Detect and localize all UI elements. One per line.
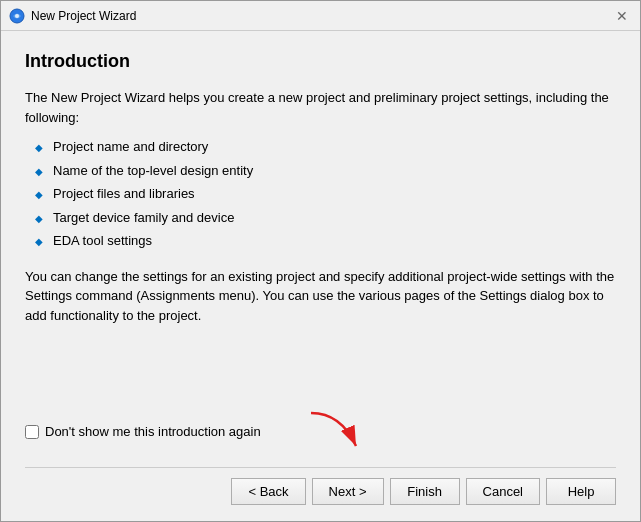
next-button[interactable]: Next > [312,478,384,505]
help-button[interactable]: Help [546,478,616,505]
outro-text: You can change the settings for an exist… [25,267,616,326]
list-item: ◆ Project files and libraries [35,184,616,204]
bullet-text: Project name and directory [53,137,208,157]
title-bar-left: New Project Wizard [9,8,136,24]
close-button[interactable]: ✕ [612,6,632,26]
list-item: ◆ Project name and directory [35,137,616,157]
button-row: < Back Next > Finish Cancel Help [25,467,616,505]
wizard-window: New Project Wizard ✕ Introduction The Ne… [0,0,641,522]
cancel-button[interactable]: Cancel [466,478,540,505]
content-area: Introduction The New Project Wizard help… [1,31,640,410]
bullet-text: Project files and libraries [53,184,195,204]
intro-text: The New Project Wizard helps you create … [25,88,616,127]
footer: Don't show me this introduction again < … [1,410,640,521]
dont-show-checkbox[interactable] [25,425,39,439]
bullet-icon: ◆ [35,140,43,155]
title-bar: New Project Wizard ✕ [1,1,640,31]
bullet-text: Target device family and device [53,208,234,228]
wizard-icon [9,8,25,24]
bullet-icon: ◆ [35,211,43,226]
back-button[interactable]: < Back [231,478,305,505]
window-title: New Project Wizard [31,9,136,23]
finish-button[interactable]: Finish [390,478,460,505]
checkbox-label[interactable]: Don't show me this introduction again [45,424,261,439]
bullet-list: ◆ Project name and directory ◆ Name of t… [35,137,616,251]
bullet-icon: ◆ [35,234,43,249]
bullet-icon: ◆ [35,164,43,179]
bullet-text: Name of the top-level design entity [53,161,253,181]
bullet-icon: ◆ [35,187,43,202]
page-title: Introduction [25,51,616,72]
list-item: ◆ Target device family and device [35,208,616,228]
bullet-text: EDA tool settings [53,231,152,251]
red-arrow-indicator [301,408,381,461]
svg-point-1 [15,14,19,18]
list-item: ◆ Name of the top-level design entity [35,161,616,181]
list-item: ◆ EDA tool settings [35,231,616,251]
